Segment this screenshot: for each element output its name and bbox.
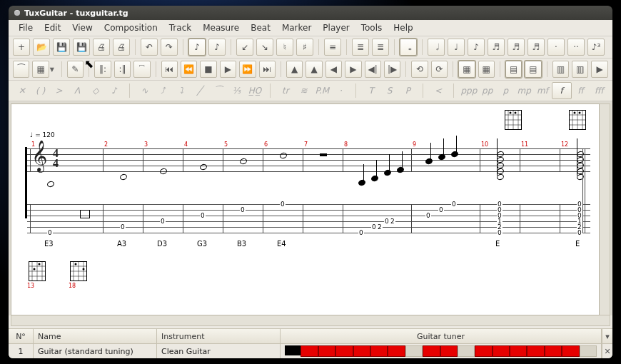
- mp-icon[interactable]: mp: [515, 83, 533, 98]
- score-icon[interactable]: ≣: [352, 39, 369, 56]
- horizontal-scrollbar[interactable]: [11, 315, 610, 326]
- loop-start-icon[interactable]: ⟲: [411, 61, 428, 78]
- multitrack-icon[interactable]: ≡: [324, 39, 341, 56]
- tuner-block[interactable]: [318, 345, 335, 357]
- save-as-icon[interactable]: 💾: [73, 39, 90, 56]
- save-icon[interactable]: 💾: [53, 39, 70, 56]
- repeat-open-icon[interactable]: ‖:: [94, 61, 111, 78]
- p-icon[interactable]: p: [497, 83, 515, 98]
- menu-marker[interactable]: Marker: [276, 21, 317, 34]
- text-icon[interactable]: ✎: [67, 61, 84, 78]
- fff-icon[interactable]: fff: [590, 83, 608, 98]
- prev-icon[interactable]: ⏪: [181, 61, 197, 78]
- whole-note-icon[interactable]: 𝅝: [400, 39, 417, 56]
- menu-file[interactable]: File: [13, 21, 39, 34]
- next-icon[interactable]: ⏩: [239, 61, 256, 78]
- sixteenth-note-icon[interactable]: ♬: [488, 39, 505, 56]
- natural-icon[interactable]: ♮: [276, 39, 293, 56]
- tuner-block[interactable]: [301, 345, 318, 357]
- ff-icon[interactable]: ff: [572, 83, 590, 98]
- staccato-icon[interactable]: ·: [331, 83, 350, 98]
- tremolo-pick-icon[interactable]: ≋: [295, 83, 313, 98]
- chord-icon[interactable]: ▦: [32, 61, 49, 78]
- tuner-block[interactable]: [353, 345, 370, 357]
- window-control-icon[interactable]: [14, 10, 20, 16]
- print-preview-icon[interactable]: 🖨: [113, 39, 130, 56]
- col-number[interactable]: N°: [9, 329, 34, 343]
- menu-view[interactable]: View: [66, 21, 98, 34]
- stop-icon[interactable]: ■: [200, 61, 216, 78]
- dotted-icon[interactable]: ·: [547, 39, 565, 56]
- menu-edit[interactable]: Edit: [39, 21, 66, 34]
- select-mode-icon[interactable]: ♪: [208, 39, 226, 56]
- popping-icon[interactable]: P: [399, 83, 418, 98]
- sharp-icon[interactable]: ♯: [296, 39, 313, 56]
- half-note-icon[interactable]: 𝅗𝅥: [428, 39, 445, 56]
- transport-icon[interactable]: ▦: [478, 61, 495, 78]
- eighth-note-icon[interactable]: ♪: [468, 39, 485, 56]
- mixer-icon[interactable]: ▦: [458, 61, 475, 78]
- open-icon[interactable]: 📂: [33, 39, 50, 56]
- heavy-accent-icon[interactable]: Λ: [68, 83, 86, 98]
- col-name[interactable]: Name: [34, 329, 157, 343]
- menu-help[interactable]: Help: [388, 21, 418, 34]
- fretboard-icon[interactable]: ▥: [552, 61, 569, 78]
- menu-tools[interactable]: Tools: [355, 21, 388, 34]
- tuner-block[interactable]: [475, 345, 492, 357]
- settings-icon[interactable]: ▶: [591, 61, 607, 78]
- sixtyfourth-note-icon[interactable]: ♬: [527, 39, 545, 56]
- tuner-block[interactable]: [440, 345, 458, 357]
- accent-icon[interactable]: >: [50, 83, 69, 98]
- menu-beat[interactable]: Beat: [245, 21, 276, 34]
- mf-icon[interactable]: mf: [533, 83, 552, 98]
- loop-end-icon[interactable]: ⟳: [431, 61, 448, 78]
- marker-add-icon[interactable]: ▲: [286, 61, 303, 78]
- menu-measure[interactable]: Measure: [197, 21, 245, 34]
- hammer-icon[interactable]: ⁀: [209, 83, 228, 98]
- close-icon[interactable]: ✕: [602, 344, 612, 358]
- dead-note-icon[interactable]: ✕: [13, 83, 31, 98]
- grace-icon[interactable]: ♪: [105, 83, 123, 98]
- track-number[interactable]: 1: [9, 344, 34, 358]
- col-instrument[interactable]: Instrument: [157, 329, 281, 343]
- col-tuner[interactable]: Guitar tuner: [281, 329, 602, 343]
- palm-mute-icon[interactable]: P.M: [313, 83, 331, 98]
- f-icon[interactable]: f: [552, 82, 572, 99]
- last-icon[interactable]: ⏭: [259, 61, 276, 78]
- slide-icon[interactable]: ╱: [191, 83, 209, 98]
- tie-icon[interactable]: ⁀: [13, 61, 29, 78]
- voice1-icon[interactable]: ↙: [236, 39, 253, 56]
- redo-icon[interactable]: ↷: [161, 39, 178, 56]
- browser-icon[interactable]: ▤: [505, 61, 522, 78]
- quarter-note-icon[interactable]: ♩: [448, 39, 465, 56]
- tuner-block[interactable]: [562, 345, 579, 357]
- double-dotted-icon[interactable]: ··: [567, 39, 585, 56]
- ppp-icon[interactable]: ppp: [460, 83, 478, 98]
- tuner-block[interactable]: [388, 345, 405, 357]
- menu-track[interactable]: Track: [163, 21, 197, 34]
- bend-icon[interactable]: ⤴: [153, 83, 172, 98]
- track-name[interactable]: Guitar (standard tuning): [34, 344, 157, 358]
- repeat-close-icon[interactable]: :‖: [114, 61, 131, 78]
- marker-prev-icon[interactable]: ◀: [325, 61, 342, 78]
- vibrato-icon[interactable]: ∿: [136, 83, 154, 98]
- tuner-block[interactable]: [545, 345, 562, 357]
- titlebar[interactable]: TuxGuitar - tuxguitar.tg: [9, 6, 612, 20]
- piano-icon[interactable]: ▥: [572, 61, 588, 78]
- tuner-block[interactable]: [285, 345, 301, 355]
- tuner-block[interactable]: [370, 345, 388, 357]
- play-icon[interactable]: ▶: [220, 61, 236, 78]
- undo-icon[interactable]: ↶: [141, 39, 158, 56]
- marker-list-icon[interactable]: ▲: [306, 61, 322, 78]
- tuplet-icon[interactable]: ♪³: [587, 39, 605, 56]
- slapping-icon[interactable]: S: [380, 83, 399, 98]
- repeat-alt-icon[interactable]: ⎴: [133, 61, 150, 78]
- pp-icon[interactable]: pp: [478, 83, 497, 98]
- tuner-block[interactable]: [405, 345, 423, 357]
- first-icon[interactable]: ⏮: [161, 61, 178, 78]
- edit-mode-icon[interactable]: ♪: [188, 39, 206, 56]
- tremolo-icon[interactable]: ⤵: [172, 83, 191, 98]
- voice2-icon[interactable]: ↘: [256, 39, 273, 56]
- tuner-block[interactable]: [458, 345, 475, 357]
- fade-in-icon[interactable]: <: [429, 83, 448, 98]
